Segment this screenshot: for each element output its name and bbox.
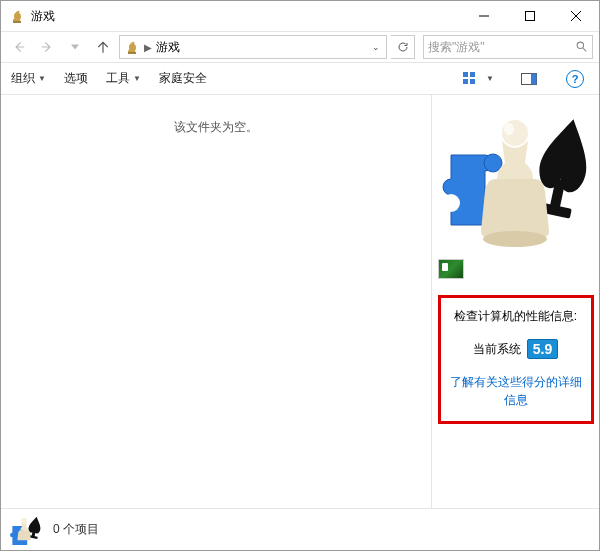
svg-rect-2: [463, 72, 468, 77]
breadcrumb-dropdown-icon[interactable]: ⌄: [372, 42, 380, 52]
titlebar: 游戏: [1, 1, 599, 31]
command-toolbar: 组织 ▼ 选项 工具 ▼ 家庭安全 ▼ ?: [1, 63, 599, 95]
search-icon: [575, 40, 588, 54]
game-thumbnail[interactable]: [438, 259, 464, 279]
content-area: 该文件夹为空。: [1, 95, 599, 508]
perf-score-badge: 5.9: [527, 339, 558, 359]
perf-panel-title: 检查计算机的性能信息:: [447, 308, 585, 325]
organize-menu[interactable]: 组织 ▼: [11, 70, 46, 87]
breadcrumb-icon: [124, 39, 140, 55]
games-hero-icon: [441, 103, 591, 253]
tools-menu[interactable]: 工具 ▼: [106, 70, 141, 87]
breadcrumb-location[interactable]: 游戏: [156, 39, 180, 56]
organize-label: 组织: [11, 70, 35, 87]
chevron-right-icon: ▶: [144, 42, 152, 53]
close-button[interactable]: [553, 1, 599, 31]
games-app-icon: [9, 8, 25, 24]
search-input[interactable]: [428, 40, 575, 54]
status-bar: 0 个项目: [1, 508, 599, 550]
nav-back-button[interactable]: [7, 35, 31, 59]
status-item-count: 0 个项目: [53, 521, 99, 538]
svg-point-17: [21, 517, 26, 522]
chevron-down-icon: ▼: [38, 74, 46, 83]
svg-point-1: [577, 42, 583, 48]
view-options-button[interactable]: ▼: [459, 68, 497, 90]
search-box[interactable]: [423, 35, 593, 59]
options-menu[interactable]: 选项: [64, 70, 88, 87]
svg-rect-4: [463, 79, 468, 84]
performance-info-panel: 检查计算机的性能信息: 当前系统 5.9 了解有关这些得分的详细信息: [438, 295, 594, 424]
minimize-button[interactable]: [461, 1, 507, 31]
options-label: 选项: [64, 70, 88, 87]
games-explorer-window: 游戏 ▶ 游戏 ⌄: [0, 0, 600, 551]
breadcrumb[interactable]: ▶ 游戏 ⌄: [119, 35, 387, 59]
maximize-button[interactable]: [507, 1, 553, 31]
details-pane: 检查计算机的性能信息: 当前系统 5.9 了解有关这些得分的详细信息: [431, 95, 599, 508]
help-icon: ?: [566, 70, 584, 88]
family-safety-menu[interactable]: 家庭安全: [159, 70, 207, 87]
status-games-icon: [9, 515, 45, 545]
tools-label: 工具: [106, 70, 130, 87]
preview-pane-button[interactable]: [515, 68, 543, 90]
thumbnail-row: [438, 259, 593, 279]
svg-point-14: [504, 123, 514, 135]
empty-folder-message: 该文件夹为空。: [1, 119, 431, 136]
perf-current-system-label: 当前系统: [473, 341, 521, 358]
svg-point-10: [484, 154, 502, 172]
perf-details-link[interactable]: 了解有关这些得分的详细信息: [447, 373, 585, 409]
refresh-button[interactable]: [391, 35, 415, 59]
svg-rect-3: [470, 72, 475, 77]
svg-point-11: [442, 194, 460, 212]
help-button[interactable]: ?: [561, 68, 589, 90]
svg-rect-7: [531, 73, 537, 84]
nav-up-button[interactable]: [91, 35, 115, 59]
family-safety-label: 家庭安全: [159, 70, 207, 87]
file-list-pane[interactable]: 该文件夹为空。: [1, 95, 431, 508]
svg-point-13: [483, 231, 547, 247]
svg-rect-5: [470, 79, 475, 84]
navigation-bar: ▶ 游戏 ⌄: [1, 31, 599, 63]
svg-rect-0: [526, 12, 535, 21]
nav-recent-dropdown[interactable]: [63, 35, 87, 59]
window-title: 游戏: [31, 8, 55, 25]
nav-forward-button[interactable]: [35, 35, 59, 59]
chevron-down-icon: ▼: [133, 74, 141, 83]
chevron-down-icon: ▼: [486, 74, 494, 83]
